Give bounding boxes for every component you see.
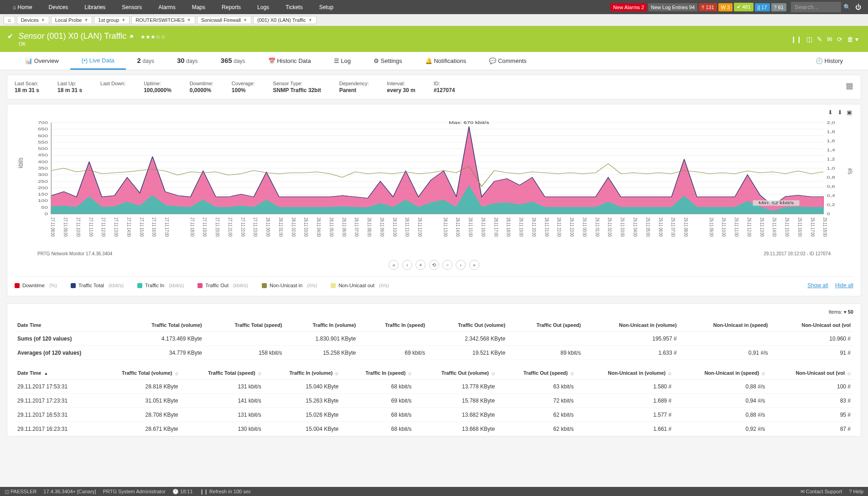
column-header[interactable]: Traffic In (speed) ◇ [341, 367, 414, 380]
breadcrumb-probe[interactable]: Local Probe▼ [51, 16, 93, 24]
table-row[interactable]: 29.11.2017 17:53:3128.818 KByte131 kbit/… [15, 380, 853, 394]
breadcrumb-home[interactable]: ⌂ [4, 16, 15, 24]
refresh-icon[interactable]: ⟳ [835, 36, 845, 43]
legend-item[interactable]: Downtime(%) [15, 283, 57, 288]
nav-tickets[interactable]: Tickets [277, 0, 311, 14]
breadcrumb-device[interactable]: Sonicwall Firewall▼ [197, 16, 251, 24]
expand-icon[interactable]: ▣ [845, 108, 853, 117]
table-row[interactable]: 29.11.2017 16:53:3128.708 KByte131 kbit/… [15, 408, 853, 422]
breadcrumb-devices[interactable]: Devices▼ [17, 16, 49, 24]
sort-icon[interactable]: ◇ [492, 371, 495, 376]
chart-reset-icon[interactable]: ⟲ [429, 260, 439, 270]
nav-sensors[interactable]: Sensors [114, 0, 150, 14]
badge-new-log[interactable]: New Log Entries 94 [648, 3, 697, 11]
sort-icon[interactable]: ◇ [175, 371, 178, 376]
column-header[interactable]: Date Time ▲ [15, 367, 94, 380]
svg-text:0,2: 0,2 [827, 202, 835, 207]
badge-unknown-count[interactable]: ? 61 [771, 3, 786, 11]
sort-icon[interactable]: ◇ [335, 371, 338, 376]
pause-icon[interactable]: ❙❙ [789, 36, 804, 43]
badge-alarm-count[interactable]: !! 131 [699, 3, 717, 11]
tab-2-days[interactable]: 2 days [126, 52, 166, 70]
legend-item[interactable]: Traffic In(kbit/s) [137, 283, 184, 288]
badge-pause-count[interactable]: || 17 [755, 3, 770, 11]
chevron-down-icon[interactable]: ▾ [844, 309, 847, 315]
legend-swatch [71, 283, 76, 288]
nav-maps[interactable]: Maps [184, 0, 213, 14]
nav-libraries[interactable]: Libraries [76, 0, 114, 14]
download-icon[interactable]: ⬇ [826, 108, 834, 117]
svg-text:28.11 06:00: 28.11 06:00 [341, 217, 347, 237]
priority-stars[interactable]: ★★★☆☆ [140, 34, 166, 40]
svg-text:1,0: 1,0 [827, 166, 835, 170]
column-header[interactable]: Non-Unicast out (vol ◇ [768, 367, 853, 380]
tab-notifications[interactable]: 🔔 Notifications [414, 53, 478, 70]
popup-icon[interactable]: ◫ [804, 36, 815, 43]
badge-warn-count[interactable]: W 3 [718, 3, 733, 11]
chevron-down-icon: ▼ [121, 18, 125, 22]
sort-icon[interactable]: ◇ [762, 371, 765, 376]
search-input[interactable] [791, 2, 841, 12]
sort-icon[interactable]: ◇ [847, 371, 851, 376]
sort-icon[interactable]: ◇ [408, 371, 411, 376]
legend-item[interactable]: Traffic Out(kbit/s) [198, 283, 248, 288]
delete-icon[interactable]: 🗑 ▾ [845, 36, 861, 43]
table-row[interactable]: 29.11.2017 17:23:3131.051 KByte141 kbit/… [15, 394, 853, 408]
tab-30-days[interactable]: 30 days [166, 52, 209, 70]
sort-icon[interactable]: ◇ [258, 371, 261, 376]
nav-reports[interactable]: Reports [213, 0, 249, 14]
nav-home[interactable]: ⌂ Home [5, 0, 41, 14]
column-header[interactable]: Non-Unicast in (speed) ◇ [674, 367, 768, 380]
power-icon[interactable]: ⏻ [853, 4, 863, 10]
traffic-chart[interactable]: 0501001502002503003504004505005506006507… [15, 118, 853, 250]
chart-zoomin-icon[interactable]: + [416, 260, 426, 270]
tab-comments[interactable]: 💬 Comments [478, 53, 538, 70]
badge-new-alarms[interactable]: New Alarms 2 [610, 3, 647, 11]
tab-365-days[interactable]: 365 days [209, 52, 257, 70]
chart-first-icon[interactable]: « [389, 260, 399, 270]
tab-log[interactable]: ☰ Log [322, 53, 362, 70]
badge-up-count[interactable]: ✔ 481 [734, 3, 753, 11]
comment-icon: 💬 [489, 57, 496, 64]
column-header[interactable]: Traffic In (volume) ◇ [264, 367, 342, 380]
mail-icon[interactable]: ✉ [825, 36, 835, 43]
column-header[interactable]: Traffic Out (speed) ◇ [498, 367, 577, 380]
breadcrumb-sensor[interactable]: (001) X0 (LAN) Traffic▼ [253, 16, 317, 24]
column-header[interactable]: Traffic Total (volume) ◇ [94, 367, 181, 380]
column-header[interactable]: Traffic Out (volume) ◇ [414, 367, 498, 380]
nav-logs[interactable]: Logs [249, 0, 277, 14]
qr-icon[interactable]: ▦ [846, 81, 853, 93]
chart-last-icon[interactable]: » [469, 260, 479, 270]
svg-text:0: 0 [45, 212, 48, 216]
legend-item[interactable]: Non-Unicast in(#/s) [262, 283, 317, 288]
chart-footer-right: 29.11.2017 18:12:02 - ID 127074 [764, 251, 831, 256]
nav-alarms[interactable]: Alarms [150, 0, 183, 14]
chart-prev-icon[interactable]: ‹ [402, 260, 412, 270]
column-header[interactable]: Non-Unicast in (volume) ◇ [577, 367, 674, 380]
breadcrumb-group[interactable]: 1st group▼ [94, 16, 130, 24]
legend-item[interactable]: Traffic Total(kbit/s) [71, 283, 124, 288]
column-header[interactable]: Traffic Total (speed) ◇ [181, 367, 264, 380]
nav-setup[interactable]: Setup [311, 0, 342, 14]
tab-live-data[interactable]: (•) Live Data [70, 52, 126, 70]
edit-icon[interactable]: ✎ [815, 36, 825, 43]
chart-zoom-controls: « ‹ + ⟲ − › » [15, 260, 853, 270]
breadcrumb-router[interactable]: ROUTER/SWITCHES▼ [131, 16, 195, 24]
sort-icon[interactable]: ◇ [668, 371, 671, 376]
tab-historic[interactable]: 📅 Historic Data [257, 53, 322, 70]
nav-devices[interactable]: Devices [41, 0, 77, 14]
tab-overview[interactable]: 📊 Overview [14, 53, 70, 70]
tab-history[interactable]: 🕘 History [804, 53, 854, 70]
tab-settings[interactable]: ⚙ Settings [362, 53, 414, 70]
chart-zoomout-icon[interactable]: − [442, 260, 452, 270]
svg-text:1,4: 1,4 [827, 148, 835, 152]
table-row[interactable]: 29.11.2017 16:23:3128.671 KByte130 kbit/… [15, 422, 853, 436]
sort-icon[interactable]: ◇ [571, 371, 574, 376]
search-icon[interactable]: 🔍 [841, 4, 853, 10]
legend-item[interactable]: Non-Unicast out(#/s) [331, 283, 389, 288]
chart-next-icon[interactable]: › [456, 260, 466, 270]
sort-up-icon[interactable]: ▲ [44, 371, 48, 376]
save-icon[interactable]: ⬇ [836, 108, 844, 117]
hide-all-link[interactable]: Hide all [835, 282, 853, 289]
show-all-link[interactable]: Show all [807, 282, 828, 289]
